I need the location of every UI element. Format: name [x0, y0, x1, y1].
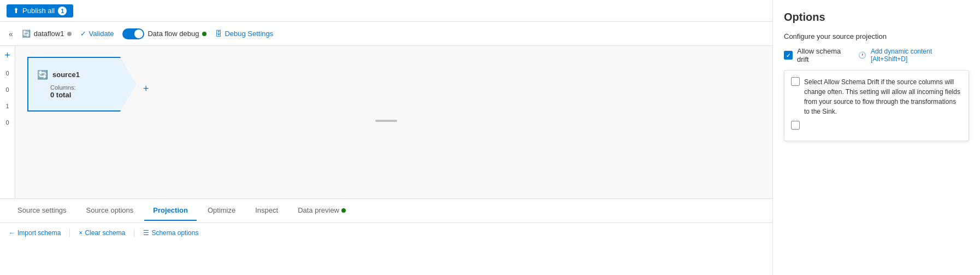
dataflow-icon: 🔄	[22, 30, 31, 38]
source-node[interactable]: 🔄 source1 Columns: 0 total	[27, 57, 137, 112]
bottom-panel: Source settings Source options Projectio…	[0, 198, 772, 275]
allow-schema-drift-row: Allow schema drift 🕐 Add dynamic content…	[784, 47, 969, 63]
right-options-panel: Options Configure your source projection…	[772, 0, 980, 275]
clear-schema-icon: ×	[79, 229, 82, 237]
add-node-button[interactable]: +	[4, 50, 10, 60]
import-schema-button[interactable]: ← Import schema	[9, 229, 61, 237]
collapse-button[interactable]: «	[9, 30, 13, 38]
publish-icon: ⬆	[13, 7, 19, 15]
dynamic-content-link[interactable]: Add dynamic content [Alt+Shift+D]	[871, 48, 969, 63]
num-1: 1	[5, 103, 9, 109]
columns-count: 0 total	[50, 91, 71, 99]
num-0a: 0	[5, 70, 9, 77]
source-node-header: 🔄 source1	[37, 69, 128, 80]
num-0c: 0	[5, 119, 9, 126]
publish-all-label: Publish all	[22, 7, 55, 15]
publish-all-button[interactable]: ⬆ Publish all 1	[7, 4, 73, 17]
source-node-name: source1	[52, 71, 80, 79]
tab-optimize[interactable]: Optimize	[199, 201, 244, 221]
allow-schema-drift-checkbox[interactable]	[784, 51, 793, 60]
debug-settings-label: Debug Settings	[225, 30, 273, 38]
debug-label: Data flow debug	[147, 30, 199, 38]
database-icon: 🗄	[215, 30, 222, 38]
canvas-area: + 0 0 1 0 🔄 source1 Columns: 0 total +	[0, 46, 772, 198]
validate-button[interactable]: ✓ Validate	[80, 30, 114, 38]
columns-label: Columns:	[50, 84, 75, 91]
tab-actions-bar: ← Import schema × Clear schema ☰ Schema …	[0, 223, 772, 243]
schema-options-label: Schema options	[151, 229, 198, 237]
configure-label: Configure your source projection	[784, 32, 969, 40]
schema-options-icon: ☰	[143, 229, 149, 237]
schema-drift-tooltip: Select Allow Schema Drift if the source …	[784, 70, 969, 141]
checkmark-icon: ✓	[80, 30, 86, 38]
tab-projection[interactable]: Projection	[144, 201, 197, 221]
action-separator-1	[69, 229, 70, 237]
tabs-bar: Source settings Source options Projectio…	[0, 199, 772, 223]
num-0b: 0	[5, 86, 9, 93]
left-sidebar-numbers: + 0 0 1 0	[0, 46, 15, 198]
drag-handle[interactable]	[375, 120, 397, 122]
unsaved-indicator	[67, 32, 72, 36]
debug-active-indicator	[202, 32, 206, 36]
tooltip-checkbox-1[interactable]	[791, 77, 800, 86]
top-toolbar: ⬆ Publish all 1	[0, 0, 772, 22]
action-separator-2	[134, 229, 134, 237]
tab-inspect[interactable]: Inspect	[246, 201, 287, 221]
debug-toggle[interactable]	[122, 28, 144, 39]
tooltip-row-1: Select Allow Schema Drift if the source …	[791, 77, 962, 116]
debug-toggle-area: Data flow debug	[122, 28, 206, 39]
import-schema-label: Import schema	[17, 229, 61, 237]
schema-options-button[interactable]: ☰ Schema options	[143, 229, 198, 237]
allow-schema-drift-label: Allow schema drift	[797, 47, 854, 63]
data-preview-indicator	[341, 208, 346, 213]
flow-name: 🔄 dataflow1	[22, 30, 72, 38]
tooltip-row-2	[791, 121, 962, 130]
publish-badge: 1	[58, 7, 67, 15]
options-title: Options	[784, 11, 969, 24]
tooltip-text: Select Allow Schema Drift if the source …	[804, 77, 962, 116]
tab-data-preview[interactable]: Data preview	[289, 201, 354, 221]
validate-label: Validate	[88, 30, 114, 38]
canvas-toolbar: « 🔄 dataflow1 ✓ Validate Data flow debug…	[0, 22, 772, 46]
clear-schema-button[interactable]: × Clear schema	[79, 229, 125, 237]
debug-settings-button[interactable]: 🗄 Debug Settings	[215, 30, 273, 38]
tab-source-settings[interactable]: Source settings	[9, 201, 75, 221]
source-node-icon: 🔄	[37, 69, 48, 80]
import-schema-icon: ←	[9, 229, 15, 237]
clock-icon: 🕐	[858, 51, 866, 59]
tooltip-checkbox-2[interactable]	[791, 121, 800, 130]
add-after-node-button[interactable]: +	[143, 83, 149, 95]
columns-info: Columns: 0 total	[50, 84, 128, 99]
clear-schema-label: Clear schema	[85, 229, 125, 237]
tab-source-options[interactable]: Source options	[78, 201, 143, 221]
flow-name-label: dataflow1	[34, 30, 64, 38]
